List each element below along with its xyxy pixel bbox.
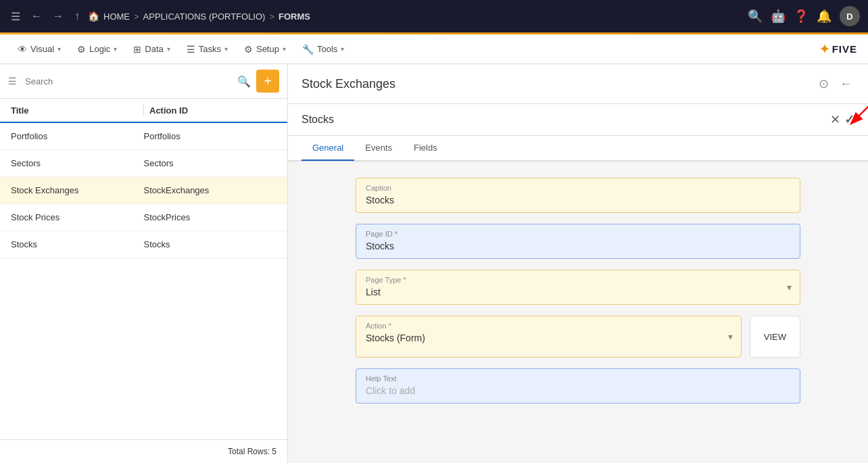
logic-icon: ⚙ bbox=[77, 44, 86, 55]
sub-panel-buttons: ✕ ✓ bbox=[830, 112, 854, 127]
page-type-select[interactable]: List bbox=[366, 287, 790, 297]
form-area: Caption Stocks Page ID * Stocks Page Typ… bbox=[288, 162, 868, 463]
avatar[interactable]: D bbox=[840, 6, 860, 26]
add-button[interactable]: + bbox=[256, 70, 279, 93]
action-label: Action * bbox=[366, 322, 731, 330]
action-field[interactable]: Action * Stocks (Form) ▾ bbox=[356, 316, 742, 358]
row-title: Stocks bbox=[11, 239, 144, 249]
col-divider bbox=[143, 104, 144, 116]
data-icon: ⊞ bbox=[133, 44, 141, 55]
nav-tasks-label: Tasks bbox=[199, 44, 221, 54]
page-type-field[interactable]: Page Type * List ▾ bbox=[356, 270, 800, 305]
caption-field[interactable]: Caption Stocks bbox=[356, 178, 800, 213]
search-icon-btn[interactable]: 🔍 bbox=[237, 75, 251, 88]
help-icon[interactable]: ❓ bbox=[794, 9, 809, 24]
page-type-value: List bbox=[366, 287, 790, 297]
row-action: Sectors bbox=[144, 158, 277, 168]
row-action: Stocks bbox=[144, 239, 277, 249]
page-type-dropdown-icon: ▾ bbox=[787, 282, 792, 293]
left-panel: ☰ 🔍 + Title Action ID Portfolios Portfol… bbox=[0, 64, 288, 463]
row-action: Portfolios bbox=[144, 131, 277, 141]
table-row[interactable]: Stocks Stocks bbox=[0, 231, 287, 258]
row-title: Sectors bbox=[11, 158, 144, 168]
menu-icon[interactable]: ☰ bbox=[8, 7, 23, 26]
nav-logic[interactable]: ⚙ Logic ▾ bbox=[70, 40, 124, 59]
secondary-nav: 👁 Visual ▾ ⚙ Logic ▾ ⊞ Data ▾ ☰ Tasks ▾ … bbox=[0, 34, 868, 64]
top-bar-actions: 🔍 🤖 ❓ 🔔 D bbox=[748, 6, 860, 26]
search-input[interactable] bbox=[25, 76, 232, 87]
svg-line-0 bbox=[854, 103, 868, 120]
home-icon: 🏠 bbox=[88, 11, 99, 22]
col-title-header: Title bbox=[11, 105, 138, 116]
panel-header: Stock Exchanges ⊙ ← bbox=[288, 64, 868, 104]
up-icon[interactable]: ↑ bbox=[72, 7, 82, 25]
page-id-label: Page ID * bbox=[366, 230, 790, 238]
action-group: Action * Stocks (Form) ▾ VIEW bbox=[356, 316, 800, 358]
caption-value: Stocks bbox=[366, 195, 790, 205]
search-icon[interactable]: 🔍 bbox=[748, 9, 763, 24]
nav-tools-label: Tools bbox=[317, 44, 337, 54]
chevron-visual: ▾ bbox=[57, 45, 61, 53]
bot-icon[interactable]: 🤖 bbox=[771, 9, 786, 24]
table-body: Portfolios Portfolios Sectors Sectors St… bbox=[0, 123, 287, 439]
sub-panel-header: Stocks ✕ ✓ bbox=[288, 104, 868, 136]
close-button[interactable]: ✕ bbox=[830, 112, 840, 127]
nav-logic-label: Logic bbox=[89, 44, 110, 54]
table-row-selected[interactable]: Stock Exchanges StockExchanges bbox=[0, 177, 287, 204]
col-action-header: Action ID bbox=[149, 105, 276, 116]
nav-visual[interactable]: 👁 Visual ▾ bbox=[11, 40, 68, 59]
tools-icon: 🔧 bbox=[302, 44, 314, 55]
table-header: Title Action ID bbox=[0, 99, 287, 123]
row-title: Portfolios bbox=[11, 131, 144, 141]
logo-text: FIVE bbox=[832, 43, 857, 55]
check-area: ✓ bbox=[844, 112, 854, 127]
panel-header-actions: ⊙ ← bbox=[816, 74, 854, 94]
chevron-setup: ▾ bbox=[283, 45, 286, 53]
forward-icon[interactable]: → bbox=[50, 7, 66, 25]
setup-icon: ⚙ bbox=[244, 44, 253, 55]
help-text-value: Click to add bbox=[366, 385, 790, 396]
nav-visual-label: Visual bbox=[30, 44, 54, 54]
breadcrumb-home[interactable]: HOME bbox=[103, 11, 130, 22]
breadcrumb-forms[interactable]: FORMS bbox=[279, 11, 310, 22]
nav-setup[interactable]: ⚙ Setup ▾ bbox=[237, 40, 293, 59]
bell-icon[interactable]: 🔔 bbox=[817, 9, 831, 24]
breadcrumb-app[interactable]: APPLICATIONS (PORTFOLIO) bbox=[143, 11, 266, 22]
chevron-logic: ▾ bbox=[114, 45, 117, 53]
action-value: Stocks (Form) bbox=[366, 333, 425, 343]
history-icon[interactable]: ⊙ bbox=[816, 74, 831, 94]
help-text-label: Help Text bbox=[366, 374, 790, 383]
tab-fields[interactable]: Fields bbox=[403, 136, 448, 161]
help-text-group: Help Text Click to add bbox=[356, 368, 800, 404]
page-type-group: Page Type * List ▾ bbox=[356, 270, 800, 305]
action-value-row: Stocks (Form) ▾ bbox=[366, 333, 731, 343]
five-logo: ✦ FIVE bbox=[819, 42, 857, 57]
sub-panel: Stocks ✕ ✓ bbox=[288, 104, 868, 162]
back-icon[interactable]: ← bbox=[28, 7, 45, 25]
help-text-field[interactable]: Help Text Click to add bbox=[356, 368, 800, 404]
page-id-field[interactable]: Page ID * Stocks bbox=[356, 224, 800, 259]
chevron-data: ▾ bbox=[167, 45, 170, 53]
right-panel: Stock Exchanges ⊙ ← Stocks ✕ ✓ bbox=[288, 64, 868, 463]
table-row[interactable]: Stock Prices StockPrices bbox=[0, 204, 287, 231]
check-button[interactable]: ✓ bbox=[844, 113, 854, 126]
page-type-row: List ▾ bbox=[366, 287, 790, 297]
panel-back-icon[interactable]: ← bbox=[837, 74, 854, 94]
filter-icon: ☰ bbox=[8, 76, 17, 87]
tabs: General Events Fields bbox=[288, 136, 868, 161]
breadcrumb: 🏠 HOME > APPLICATIONS (PORTFOLIO) > FORM… bbox=[88, 11, 742, 22]
page-type-label: Page Type * bbox=[366, 276, 790, 284]
chevron-tasks: ▾ bbox=[224, 45, 228, 53]
nav-data[interactable]: ⊞ Data ▾ bbox=[126, 40, 176, 59]
nav-tasks[interactable]: ☰ Tasks ▾ bbox=[180, 40, 235, 59]
tab-general[interactable]: General bbox=[302, 136, 354, 161]
page-id-group: Page ID * Stocks bbox=[356, 224, 800, 259]
table-row[interactable]: Portfolios Portfolios bbox=[0, 123, 287, 150]
tab-events[interactable]: Events bbox=[354, 136, 403, 161]
table-row[interactable]: Sectors Sectors bbox=[0, 150, 287, 177]
nav-tools[interactable]: 🔧 Tools ▾ bbox=[295, 40, 351, 59]
nav-setup-label: Setup bbox=[256, 44, 279, 54]
panel-title: Stock Exchanges bbox=[302, 77, 395, 91]
caption-label: Caption bbox=[366, 184, 790, 192]
view-button[interactable]: VIEW bbox=[750, 316, 800, 358]
